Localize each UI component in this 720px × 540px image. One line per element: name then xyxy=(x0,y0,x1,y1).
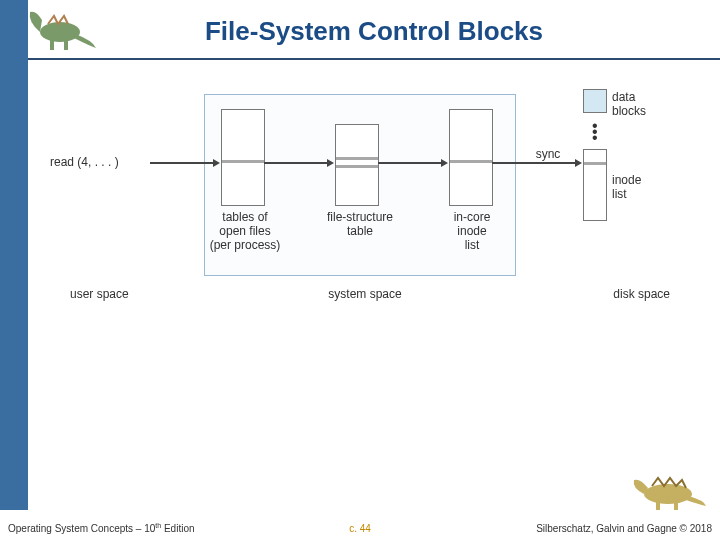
file-system-diagram: read (4, . . . ) tables of open files (p… xyxy=(60,95,680,345)
arrow-head-4 xyxy=(575,159,582,167)
arrow-fs-to-incore xyxy=(378,162,443,164)
file-structure-table-box xyxy=(336,125,378,205)
in-core-inode-list-label: in-core inode list xyxy=(432,210,512,252)
read-call-label: read (4, . . . ) xyxy=(50,155,150,169)
data-blocks-label: data blocks xyxy=(612,90,662,118)
in-core-inode-list-box xyxy=(450,110,492,205)
inode-list-label: inode list xyxy=(612,173,662,201)
user-space-label: user space xyxy=(70,287,160,301)
disk-space-label: disk space xyxy=(580,287,670,301)
footer-left-text: Operating System Concepts – 10th Edition xyxy=(8,522,195,534)
left-sidebar xyxy=(0,0,28,510)
svg-rect-1 xyxy=(50,38,54,50)
inode-list-box xyxy=(584,150,606,220)
page-title: File-System Control Blocks xyxy=(28,0,720,47)
arrow-head-3 xyxy=(441,159,448,167)
footer-right-text: Silberschatz, Galvin and Gagne © 2018 xyxy=(536,523,712,534)
svg-rect-4 xyxy=(656,500,660,510)
tables-of-open-files-label: tables of open files (per process) xyxy=(200,210,290,252)
data-blocks-box xyxy=(584,90,606,112)
dinosaur-bottom-icon xyxy=(628,472,708,512)
sync-label: sync xyxy=(528,147,568,161)
file-structure-table-label: file-structure table xyxy=(315,210,405,238)
arrow-sync xyxy=(492,162,577,164)
arrow-tables-to-fs xyxy=(264,162,329,164)
tables-of-open-files-box xyxy=(222,110,264,205)
footer: Operating System Concepts – 10th Edition… xyxy=(0,516,720,540)
arrow-read-to-tables xyxy=(150,162,215,164)
system-space-label: system space xyxy=(315,287,415,301)
svg-rect-2 xyxy=(64,38,68,50)
arrow-head-1 xyxy=(213,159,220,167)
header: File-System Control Blocks xyxy=(28,0,720,60)
arrow-head-2 xyxy=(327,159,334,167)
svg-rect-5 xyxy=(674,500,678,510)
dinosaur-top-icon xyxy=(20,2,100,54)
ellipsis-dots: ••• xyxy=(592,123,598,141)
svg-point-0 xyxy=(40,22,80,42)
footer-page-number: c. 44 xyxy=(349,523,371,534)
